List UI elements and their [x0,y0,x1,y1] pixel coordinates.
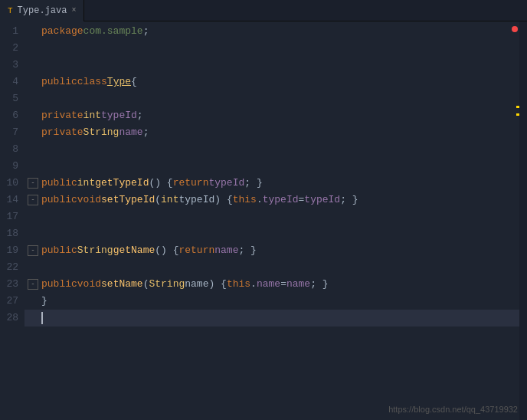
token: ; } [238,242,256,259]
line-number-2: 2 [6,40,18,57]
token: this [233,192,257,208]
line-number-28: 28 [6,310,18,326]
editor-area: 123456789101417181922232728 package com.… [0,21,527,420]
token: setName [101,276,143,293]
watermark: https://blog.csdn.net/qq_43719932 [388,405,518,414]
code-line-18 [25,225,519,242]
tab-close-icon[interactable]: × [71,6,76,15]
fold-icon-14[interactable]: - [28,195,38,205]
token: . [250,276,257,293]
token: name [185,276,208,293]
token: int [161,192,178,208]
tab-label: Type.java [18,5,67,16]
token: ) { [208,276,226,293]
code-line-8 [25,141,519,158]
token: this [227,276,250,293]
token: int [77,175,95,192]
token: private [41,107,83,124]
code-line-2 [25,40,519,57]
token: public [41,276,77,293]
tab-bar: T Type.java × [0,0,527,21]
token: name [119,124,142,141]
token: return [178,242,214,259]
warning-indicator-1 [516,106,519,108]
code-line-10: - public int getTypeId() { return typeId… [25,175,519,192]
code-line-17 [25,208,519,225]
code-line-7: private String name; [25,124,519,141]
scrollbar-panel[interactable] [519,21,527,420]
code-line-3 [25,57,519,74]
line-number-6: 6 [6,107,18,124]
token: typeId [101,107,137,124]
code-area[interactable]: package com.sample;public class Type { p… [25,21,519,420]
token: typeId [208,175,244,192]
code-line-19: - public String getName() { return name;… [25,242,519,259]
warning-indicator-2 [516,113,519,116]
token: typeId [263,192,299,208]
token: int [83,107,101,124]
token: ( [155,192,161,208]
token: ; } [340,192,358,208]
fold-icon-10[interactable]: - [28,178,38,189]
token: void [77,192,101,208]
token: typeId [304,192,340,208]
token: String [77,242,113,259]
token: ; [143,23,149,40]
line-number-17: 17 [6,208,18,225]
line-number-1: 1 [6,23,18,40]
code-line-23: - public void setName(String name) { thi… [25,276,519,293]
line-number-18: 18 [6,225,18,242]
token: String [149,276,185,293]
tab-icon: T [8,6,13,15]
line-number-22: 22 [6,259,18,276]
token: name [257,276,280,293]
line-number-10: 10 [6,175,18,192]
token: name [286,276,310,293]
token: public [41,242,77,259]
line-number-3: 3 [6,57,18,74]
code-line-22 [25,259,519,276]
token: = [280,276,286,293]
token: { [131,74,137,90]
line-number-14: 14 [6,192,18,208]
token: ( [143,276,149,293]
token: typeId [178,192,214,208]
code-line-1: package com.sample; [25,23,519,40]
token: class [77,74,107,90]
fold-icon-19[interactable]: - [28,245,38,256]
line-number-4: 4 [6,74,18,90]
token: . [257,192,263,208]
token: ; [137,107,143,124]
line-number-27: 27 [6,293,18,310]
line-number-5: 5 [6,90,18,107]
line-number-9: 9 [6,158,18,175]
token: return [173,175,209,192]
line-number-19: 19 [6,242,18,259]
code-line-5 [25,90,519,107]
token: getTypeId [95,175,149,192]
token: = [299,192,305,208]
token: setTypeId [101,192,155,208]
code-line-14: - public void setTypeId(int typeId) { th… [25,192,519,208]
line-number-23: 23 [6,276,18,293]
token: public [41,175,77,192]
token: void [77,276,101,293]
code-line-27: } [25,293,519,310]
tab-type-java[interactable]: T Type.java × [0,0,84,21]
code-line-28 [25,310,519,326]
token: ) { [214,192,232,208]
token: () { [155,242,178,259]
token: com.sample [83,23,143,40]
line-number-8: 8 [6,141,18,158]
text-cursor [41,312,43,324]
token: private [41,124,83,141]
code-line-9 [25,158,519,175]
line-numbers: 123456789101417181922232728 [0,21,25,420]
token: package [41,23,83,40]
token: String [83,124,119,141]
code-line-4: public class Type { [25,74,519,90]
fold-icon-23[interactable]: - [28,279,38,290]
token: ; } [244,175,262,192]
token: name [214,242,238,259]
token: getName [113,242,155,259]
